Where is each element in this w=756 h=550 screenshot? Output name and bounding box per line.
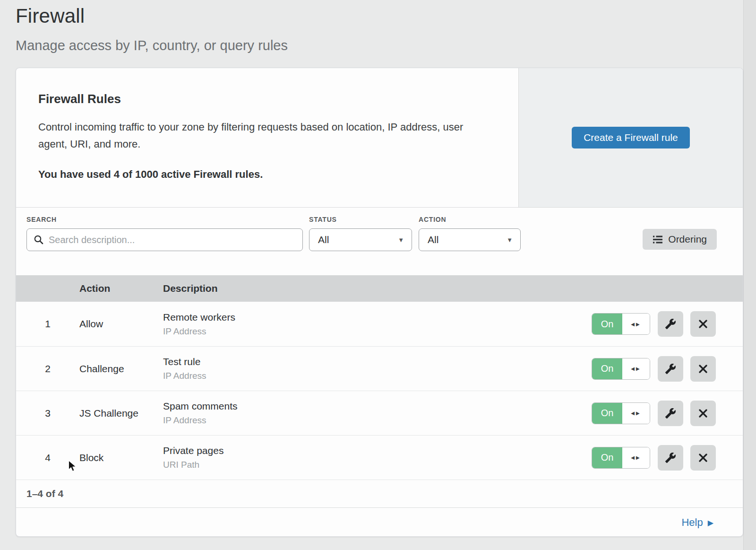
table-row: 1 Allow Remote workers IP Address On ◀▶ xyxy=(16,302,743,346)
search-icon xyxy=(34,235,44,245)
ordered-list-icon xyxy=(653,236,663,244)
column-action: Action xyxy=(79,283,163,294)
action-select-value: All xyxy=(428,234,438,245)
delete-rule-button[interactable] xyxy=(690,445,716,471)
rule-priority: 2 xyxy=(16,363,79,375)
action-group: ACTION All ▼ xyxy=(412,216,521,251)
edit-rule-button[interactable] xyxy=(658,311,683,337)
rule-enabled-toggle[interactable]: On ◀▶ xyxy=(592,313,650,335)
wrench-icon xyxy=(665,408,676,419)
status-label: STATUS xyxy=(309,216,412,223)
close-icon xyxy=(697,318,709,330)
rule-controls: On ◀▶ xyxy=(592,356,743,382)
overview-heading: Firewall Rules xyxy=(38,92,496,106)
rule-description-cell: Remote workers IP Address xyxy=(163,312,592,337)
rule-description-cell: Spam comments IP Address xyxy=(163,401,592,426)
close-icon xyxy=(697,363,709,375)
toggle-handle-arrows-icon: ◀▶ xyxy=(622,358,650,379)
rule-action: JS Challenge xyxy=(79,408,163,419)
rule-description: Private pages xyxy=(163,445,592,456)
page-header: Firewall Manage access by IP, country, o… xyxy=(0,0,756,53)
filters-section: SEARCH STATUS All ▼ ACTION All ▼ xyxy=(16,207,743,275)
rule-enabled-toggle[interactable]: On ◀▶ xyxy=(592,402,650,424)
create-panel: Create a Firewall rule xyxy=(518,68,743,207)
status-select-value: All xyxy=(318,234,329,245)
edit-rule-button[interactable] xyxy=(658,401,683,426)
rule-controls: On ◀▶ xyxy=(592,311,743,337)
pagination-label: 1–4 of 4 xyxy=(26,488,63,499)
edit-rule-button[interactable] xyxy=(658,356,683,382)
rule-match-field: IP Address xyxy=(163,326,592,337)
rule-priority: 4 xyxy=(16,452,79,463)
action-label: ACTION xyxy=(419,216,521,223)
toggle-state-label: On xyxy=(592,314,622,334)
rule-enabled-toggle[interactable]: On ◀▶ xyxy=(592,447,650,469)
toggle-handle-arrows-icon: ◀▶ xyxy=(622,447,650,468)
overview-text: Firewall Rules Control incoming traffic … xyxy=(16,68,518,207)
help-arrow-icon: ▶ xyxy=(708,518,713,527)
wrench-icon xyxy=(665,452,676,463)
delete-rule-button[interactable] xyxy=(690,401,716,426)
search-box[interactable] xyxy=(26,228,303,251)
help-link-label: Help xyxy=(681,516,703,529)
delete-rule-button[interactable] xyxy=(690,311,716,337)
chevron-down-icon: ▼ xyxy=(398,236,404,244)
edit-rule-button[interactable] xyxy=(658,445,683,471)
card-footer: Help ▶ xyxy=(16,507,743,537)
rule-description-cell: Test rule IP Address xyxy=(163,356,592,381)
rule-priority: 1 xyxy=(16,318,79,330)
ordering-button-label: Ordering xyxy=(668,234,707,245)
ordering-button[interactable]: Ordering xyxy=(643,229,717,250)
rule-action: Challenge xyxy=(79,363,163,375)
toggle-handle-arrows-icon: ◀▶ xyxy=(622,403,650,424)
rule-action: Block xyxy=(79,452,163,463)
rule-match-field: URI Path xyxy=(163,460,592,470)
toggle-state-label: On xyxy=(592,403,622,424)
create-firewall-rule-button[interactable]: Create a Firewall rule xyxy=(572,127,690,148)
pagination-row: 1–4 of 4 xyxy=(16,480,743,507)
close-icon xyxy=(697,408,709,419)
firewall-rules-card: Firewall Rules Control incoming traffic … xyxy=(16,68,743,537)
rule-match-field: IP Address xyxy=(163,371,592,381)
rule-controls: On ◀▶ xyxy=(592,401,743,426)
rule-action: Allow xyxy=(79,318,163,330)
overview-usage: You have used 4 of 1000 active Firewall … xyxy=(38,168,496,181)
table-row: 4 Block Private pages URI Path On ◀▶ xyxy=(16,435,743,480)
rule-description-cell: Private pages URI Path xyxy=(163,445,592,470)
wrench-icon xyxy=(665,363,676,375)
toggle-state-label: On xyxy=(592,358,622,379)
overview-description: Control incoming traffic to your zone by… xyxy=(38,119,492,153)
chevron-down-icon: ▼ xyxy=(507,236,513,244)
search-input[interactable] xyxy=(49,235,297,245)
rule-priority: 3 xyxy=(16,408,79,419)
status-select[interactable]: All ▼ xyxy=(309,228,412,251)
rule-description: Remote workers xyxy=(163,312,592,323)
toggle-handle-arrows-icon: ◀▶ xyxy=(622,314,650,334)
page-subtitle: Manage access by IP, country, or query r… xyxy=(16,38,756,53)
table-row: 3 JS Challenge Spam comments IP Address … xyxy=(16,391,743,435)
wrench-icon xyxy=(665,318,676,330)
help-link[interactable]: Help ▶ xyxy=(681,516,713,529)
rule-match-field: IP Address xyxy=(163,415,592,426)
page-title: Firewall xyxy=(16,5,756,27)
column-description: Description xyxy=(163,283,743,294)
table-row: 2 Challenge Test rule IP Address On ◀▶ xyxy=(16,346,743,391)
delete-rule-button[interactable] xyxy=(690,356,716,382)
action-select[interactable]: All ▼ xyxy=(419,228,521,251)
close-icon xyxy=(697,452,709,463)
toggle-state-label: On xyxy=(592,447,622,468)
scrollbar-track[interactable] xyxy=(743,0,756,550)
rule-enabled-toggle[interactable]: On ◀▶ xyxy=(592,358,650,380)
rule-description: Spam comments xyxy=(163,401,592,412)
table-header: Action Description xyxy=(16,275,743,302)
overview-section: Firewall Rules Control incoming traffic … xyxy=(16,68,743,207)
search-label: SEARCH xyxy=(26,216,303,223)
rule-controls: On ◀▶ xyxy=(592,445,743,471)
rule-description: Test rule xyxy=(163,356,592,367)
status-group: STATUS All ▼ xyxy=(303,216,412,251)
search-group: SEARCH xyxy=(26,216,303,251)
